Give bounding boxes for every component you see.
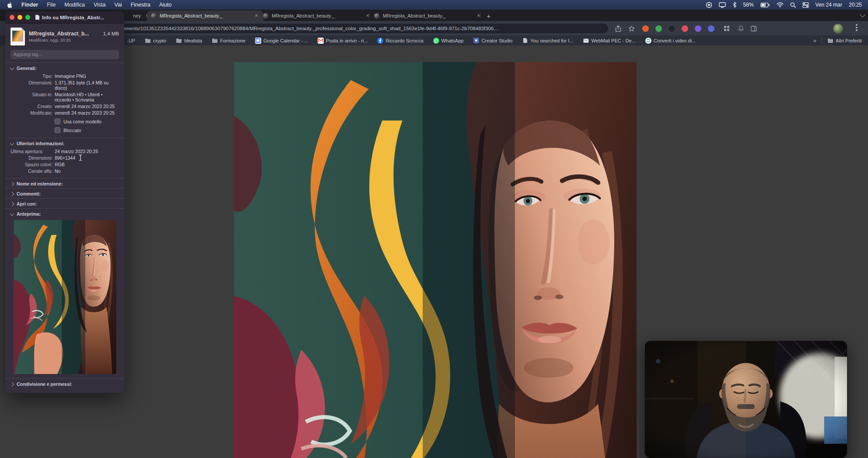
bookmark-item[interactable]: Posta in arrivo - ri... [318,38,368,44]
checkbox-row[interactable]: Usa come modello [55,119,119,124]
url-text: /attachments/1013512335442333816/1088906… [110,26,499,31]
section-general-header[interactable]: Generali: [10,66,119,71]
new-tab-button[interactable]: + [484,11,494,21]
row-label: Creato: [10,104,52,109]
bookmark-label: Idealista [184,38,202,43]
viewed-image[interactable] [234,62,637,458]
page-icon [522,38,528,44]
extension-icon-green[interactable] [654,24,662,32]
webmail-envelope-icon [583,38,589,44]
tags-input[interactable]: Aggiungi tag... [10,50,119,59]
bookmark-label: Riccardo Scrocca [385,38,423,43]
bookmark-item[interactable]: Converti i video di... [645,38,696,44]
display-mirroring-icon[interactable] [719,2,726,8]
checkbox-icon[interactable] [55,119,60,124]
menu-vista[interactable]: Vista [94,2,106,8]
bookmark-star-icon[interactable] [627,24,635,32]
tab-3[interactable]: MRregista_Abstract_beauty._ × [259,10,374,21]
profile-avatar[interactable] [833,24,843,34]
notifications-bell-icon[interactable] [737,24,745,32]
tab-label: MRregista_Abstract_beauty._ [160,13,250,18]
google-calendar-icon [255,38,261,44]
bookmark-item[interactable]: Google Calendar - ... [255,38,308,44]
menu-file[interactable]: File [47,2,56,8]
minimize-traffic-light[interactable] [18,15,22,20]
battery-percent: 58% [743,2,754,8]
row-value: No [55,168,119,174]
bookmark-item[interactable]: Formazione [212,38,245,44]
menu-modifica[interactable]: Modifica [64,2,85,8]
tab-search-chevron-icon[interactable] [860,12,865,17]
bookmark-item[interactable]: WebMail PEC - De... [583,38,635,44]
section-more-info-header[interactable]: Ulteriori informazioni: [10,141,119,146]
menu-vai[interactable]: Vai [114,2,122,8]
address-bar[interactable]: /attachments/1013512335442333816/1088906… [105,24,608,33]
tab-close-icon[interactable]: × [476,13,482,19]
section-more-info: Ulteriori informazioni: Ultima apertura:… [5,138,124,175]
zoom-traffic-light[interactable] [25,15,30,20]
info-window-title: Info su MRregista_Abstr... [35,14,104,20]
checkbox-icon[interactable] [55,127,60,133]
bookmark-label: Posta in arrivo - ri... [326,38,368,43]
tab-close-icon[interactable]: × [364,13,371,19]
row-label: Canale alfa: [10,168,52,174]
menu-finder[interactable]: Finder [21,2,38,8]
bookmark-item[interactable]: WhatsApp [433,38,464,44]
bookmarks-overflow-button[interactable]: » [813,37,816,44]
bookmark-item[interactable]: You searched for I... [522,38,573,44]
info-window-titlebar[interactable]: Info su MRregista_Abstr... [5,11,124,24]
gmail-icon [318,38,324,44]
bookmark-item[interactable]: -UP [127,38,135,43]
section-name-extension[interactable]: Nome ed estensione: [5,178,124,188]
tab-close-icon[interactable]: × [253,13,259,19]
section-sharing-permissions[interactable]: Condivisione e permessi: [5,379,124,388]
browser-menu-kebab-icon[interactable] [856,24,858,26]
extension-icon-purple[interactable] [694,24,702,32]
spotlight-icon[interactable] [790,2,796,8]
bookmark-item[interactable]: Creator Studio [473,38,512,44]
section-comments[interactable]: Commenti: [5,189,124,198]
row-value: 24 marzo 2023 20:25 [55,149,119,154]
other-bookmarks-button[interactable]: Altri Preferiti [827,38,862,44]
extension-icon-red[interactable] [681,24,689,32]
control-center-icon[interactable] [802,2,809,8]
tab-2-active[interactable]: MRregista_Abstract_beauty._ × [147,10,263,21]
menu-finestra[interactable]: Finestra [131,2,150,8]
extension-icon-orange[interactable] [641,24,649,32]
share-icon[interactable] [614,24,622,32]
record-status-icon[interactable] [706,2,712,8]
bookmarks-bar: -UP crypto Idealista Formazione Google C… [0,35,868,45]
menu-bar-time[interactable]: 20:25 [849,2,862,8]
sidepanel-icon[interactable] [750,24,758,32]
tab-separator [369,13,369,18]
preview-thumbnail [14,220,116,374]
bookmarks-separator [822,38,822,44]
file-size: 1,4 MB [103,31,119,36]
menu-bar: Finder File Modifica Vista Vai Finestra … [0,0,868,10]
extension-icon-indigo[interactable] [707,24,715,32]
file-summary-row: MRregista_Abstract_b... 1,4 MB Modificat… [5,24,124,48]
section-preview-header[interactable]: Anteprima: [10,211,119,217]
checkbox-row[interactable]: Bloccato [55,127,119,133]
finder-info-window[interactable]: Info su MRregista_Abstr... MRregista_Abs… [5,11,124,393]
bookmark-label: WebMail PEC - De... [591,38,635,43]
section-open-with[interactable]: Apri con: [5,199,124,208]
tab-4[interactable]: MRregista_Abstract_beauty._ × [370,10,486,21]
wifi-icon[interactable] [777,2,784,7]
row-value: venerdì 24 marzo 2023 20:25 [55,110,119,115]
row-value: RGB [55,162,119,167]
bookmark-item[interactable]: Riccardo Scrocca [377,38,423,44]
file-name: MRregista_Abstract_b... [29,31,101,37]
close-traffic-light[interactable] [10,15,14,20]
row-value: venerdì 24 marzo 2023 20:25 [55,104,119,109]
apple-menu-icon[interactable] [7,2,13,8]
battery-charging-icon[interactable] [760,3,770,7]
bookmark-item[interactable]: crypto [145,38,166,44]
menu-bar-date[interactable]: Ven 24 mar [816,2,842,8]
extensions-grid-icon[interactable] [723,24,731,32]
bookmark-item[interactable]: Idealista [176,38,202,44]
bluetooth-icon[interactable] [732,2,737,8]
row-label: Dimensioni: [10,155,52,161]
menu-aiuto[interactable]: Aiuto [159,2,172,8]
extension-icon-dark[interactable] [668,24,676,32]
